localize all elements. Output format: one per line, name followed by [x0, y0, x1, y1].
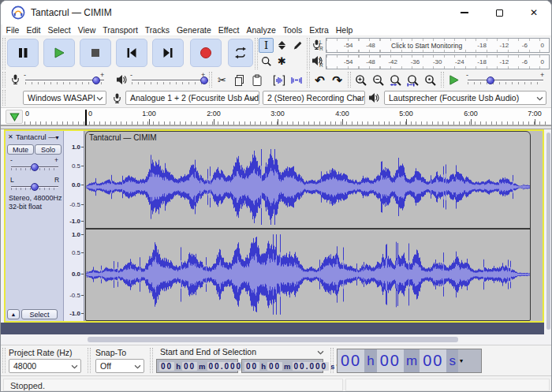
draw-tool-button[interactable]	[290, 38, 305, 53]
menu-tools[interactable]: Tools	[279, 24, 306, 35]
selection-mode-dropdown[interactable]: Start and End of Selection	[156, 346, 326, 358]
track-menu-arrow-icon[interactable]: ▼	[54, 133, 60, 142]
audio-host-dropdown[interactable]: Windows WASAPI	[23, 91, 106, 105]
window-minimize-button[interactable]	[447, 1, 482, 24]
zoom-toggle-button[interactable]	[422, 72, 438, 88]
silence-audio-button[interactable]	[288, 72, 304, 88]
start-minutes[interactable]: 00	[182, 362, 197, 371]
tools-toolbar-grip[interactable]	[255, 38, 258, 69]
start-hours[interactable]: 00	[159, 362, 174, 371]
horizontal-scrollbar[interactable]	[1, 334, 544, 345]
solo-button[interactable]: Solo	[35, 144, 62, 155]
record-button[interactable]	[190, 39, 222, 67]
zoom-toolbar-grip[interactable]	[348, 72, 351, 88]
menu-file[interactable]: File	[2, 24, 23, 35]
position-seconds[interactable]: 00	[420, 349, 446, 372]
mute-button[interactable]: Mute	[7, 144, 34, 155]
play-speed-thumb[interactable]	[487, 77, 494, 84]
menu-extra[interactable]: Extra	[306, 24, 333, 35]
start-seconds[interactable]: 00.000	[207, 362, 244, 371]
audio-clip[interactable]: Tantacrul — CIMIM	[85, 131, 531, 321]
snap-to-dropdown[interactable]: Off	[95, 359, 144, 373]
menu-select[interactable]: Select	[44, 24, 74, 35]
project-rate-dropdown[interactable]: 48000	[9, 359, 81, 373]
collapse-track-button[interactable]: ▲	[7, 309, 20, 319]
mixer-toolbar-grip[interactable]	[2, 72, 6, 88]
skip-to-start-button[interactable]	[116, 39, 147, 67]
selection-tool-button[interactable]: I	[259, 38, 274, 53]
pause-button[interactable]	[7, 39, 39, 67]
menu-analyze[interactable]: Analyze	[243, 24, 279, 35]
playback-volume-slider[interactable]	[132, 80, 204, 80]
audio-position-display[interactable]: 00h00m00s▾	[337, 349, 482, 373]
vertical-ruler[interactable]: 1.0 0.5 0.0 -0.5 -1.0 1.0 0.5 0.0 -0.5 -…	[64, 131, 84, 321]
recording-channels-dropdown[interactable]: 2 (Stereo) Recording Channels	[263, 91, 365, 105]
vertical-scrollbar[interactable]	[544, 129, 552, 334]
menu-generate[interactable]: Generate	[173, 24, 214, 35]
end-seconds[interactable]: 00.000	[293, 362, 330, 371]
play-button[interactable]	[43, 39, 75, 67]
playback-meter[interactable]: -54 -48 -42 -36 -30 -24 -18 -12 -6 0	[326, 54, 550, 69]
timeline-ruler[interactable]: 0 0 1:00 2:00 3:00 4:00 5:00 6:00 7:00	[1, 108, 551, 125]
end-minutes[interactable]: 00	[267, 362, 282, 371]
zoom-in-button[interactable]	[352, 72, 369, 88]
zoom-out-button[interactable]	[370, 72, 386, 88]
stop-button[interactable]	[80, 39, 111, 67]
pan-thumb[interactable]	[31, 183, 39, 191]
undo-toolbar-grip[interactable]	[307, 72, 310, 88]
playback-volume-thumb[interactable]	[200, 77, 208, 84]
waveform-right-channel[interactable]	[86, 230, 530, 319]
play-at-speed-button[interactable]	[446, 72, 462, 88]
position-hours[interactable]: 00	[338, 349, 364, 372]
loop-button[interactable]	[228, 39, 253, 67]
waveform-left-channel[interactable]	[86, 146, 530, 228]
undo-button[interactable]: ↶	[311, 72, 328, 88]
pinned-playhead-button[interactable]	[6, 110, 23, 124]
fit-selection-button[interactable]	[387, 72, 404, 88]
zoom-tool-button[interactable]	[259, 54, 274, 69]
trim-audio-button[interactable]	[270, 72, 287, 88]
redo-button[interactable]: ↷	[329, 72, 345, 88]
fit-project-button[interactable]	[405, 72, 421, 88]
window-maximize-button[interactable]	[482, 1, 517, 24]
vertical-scrollbar-thumb[interactable]	[546, 133, 550, 330]
device-toolbar-grip[interactable]	[2, 90, 6, 106]
horizontal-scrollbar-thumb[interactable]	[88, 337, 458, 342]
envelope-tool-button[interactable]	[274, 38, 289, 53]
selection-toolbar-grip[interactable]	[2, 348, 6, 373]
meter-toolbar-grip[interactable]	[307, 38, 310, 69]
track-name[interactable]: Tantacrul —	[16, 133, 56, 141]
paste-button[interactable]	[248, 72, 265, 88]
playback-device-dropdown[interactable]: Lautsprecher (Focusrite Usb Audio)	[384, 91, 546, 105]
menu-effect[interactable]: Effect	[214, 24, 243, 35]
cut-button[interactable]: ✂	[214, 72, 230, 88]
spinner-icon[interactable]: ▾	[458, 349, 464, 372]
selection-start-field[interactable]: 00h00m00.000s▾	[156, 359, 238, 373]
track-canvas-area[interactable]: Tantacrul — CIMIM	[84, 131, 543, 321]
menu-transport[interactable]: Transport	[99, 24, 142, 35]
recording-meter[interactable]: -54 -48 -42 -36 -30 -24 -18 -12 -6 0 Cli…	[326, 38, 550, 53]
skip-to-end-button[interactable]	[152, 39, 184, 67]
time-toolbar-grip[interactable]	[330, 348, 334, 373]
menu-view[interactable]: View	[74, 24, 99, 35]
gain-thumb[interactable]	[31, 163, 39, 171]
end-hours[interactable]: 00	[244, 362, 259, 371]
menu-tracks[interactable]: Tracks	[141, 24, 173, 35]
recording-volume-thumb[interactable]	[92, 77, 100, 84]
window-close-button[interactable]: ✕	[517, 1, 551, 24]
copy-button[interactable]	[231, 72, 248, 88]
track-select-button[interactable]: Select	[21, 309, 58, 319]
position-minutes[interactable]: 00	[377, 349, 404, 372]
play-speed-slider[interactable]	[468, 80, 543, 80]
edit-toolbar-grip[interactable]	[209, 72, 212, 88]
menu-help[interactable]: Help	[332, 24, 356, 35]
play-at-speed-toolbar-grip[interactable]	[441, 72, 444, 88]
transport-toolbar-grip[interactable]	[2, 38, 6, 69]
menu-edit[interactable]: Edit	[23, 24, 44, 35]
track-close-icon[interactable]: ✕	[8, 133, 13, 141]
selection-end-field[interactable]: 00h00m00.000s▾	[241, 359, 323, 373]
monitoring-hint[interactable]: Click to Start Monitoring	[388, 42, 465, 50]
multi-tool-button[interactable]: ✱	[274, 54, 289, 69]
recording-device-dropdown[interactable]: Analogue 1 + 2 (Focusrite Usb Audio)	[125, 91, 259, 105]
collapse-arrow-icon: ▲	[11, 312, 17, 317]
